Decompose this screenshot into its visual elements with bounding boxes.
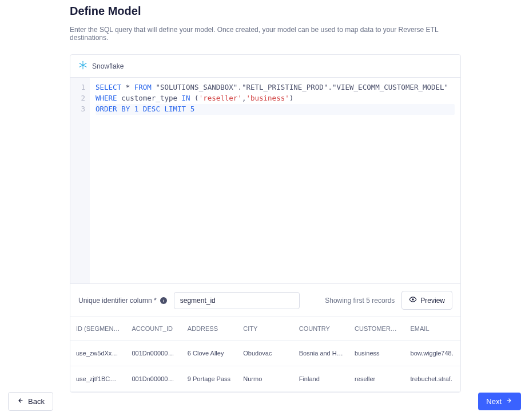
table-cell: business [349, 341, 404, 366]
line-gutter: 123 [70, 78, 90, 283]
sql-editor[interactable]: 123 SELECT * FROM "SOLUTIONS_SANDBOX"."R… [70, 78, 460, 283]
uid-input[interactable] [174, 292, 300, 309]
snowflake-icon [78, 61, 87, 71]
next-button[interactable]: Next [478, 393, 521, 410]
next-label: Next [486, 397, 502, 406]
arrow-right-icon [506, 397, 513, 406]
table-cell: 6 Clove Alley [182, 341, 237, 366]
column-header: CUSTOMER_T… [349, 317, 404, 341]
arrow-left-icon [17, 397, 23, 406]
sql-panel: Snowflake 123 SELECT * FROM "SOLUTIONS_S… [70, 54, 461, 393]
page-title: Define Model [70, 5, 461, 18]
column-header: ACCOUNT_ID [126, 317, 181, 341]
eye-icon [409, 295, 417, 305]
table-header-row: ID (SEGMENT_…ACCOUNT_IDADDRESSCITYCOUNTR… [70, 317, 460, 341]
preview-button[interactable]: Preview [401, 291, 452, 310]
table-body: use_zw5dXxYn…001Dn000004…6 Clove AlleyOb… [70, 341, 460, 392]
table-cell: Obudovac [237, 341, 293, 366]
uid-label: Unique identifier column * i [78, 297, 167, 305]
table-row[interactable]: use_zw5dXxYn…001Dn000004…6 Clove AlleyOb… [70, 341, 460, 366]
code-area[interactable]: SELECT * FROM "SOLUTIONS_SANDBOX"."RETL_… [90, 78, 460, 283]
preview-label: Preview [420, 297, 445, 305]
column-header: COUNTRY [293, 317, 349, 341]
source-header: Snowflake [70, 55, 460, 78]
page-subtitle: Enter the SQL query that will define you… [70, 26, 461, 42]
records-count: Showing first 5 records [325, 297, 395, 305]
svg-point-4 [412, 298, 415, 301]
column-header: ADDRESS [182, 317, 237, 341]
table-cell: Bosnia and Her… [293, 341, 349, 366]
footer-bar: Back Next [0, 386, 529, 420]
controls-row: Unique identifier column * i Showing fir… [70, 283, 460, 317]
table-cell: 001Dn000004… [126, 341, 181, 366]
svg-point-3 [82, 65, 83, 66]
table-cell: use_zw5dXxYn… [70, 341, 126, 366]
column-header: CITY [237, 317, 293, 341]
results-table: ID (SEGMENT_…ACCOUNT_IDADDRESSCITYCOUNTR… [70, 317, 460, 392]
info-icon[interactable]: i [160, 297, 167, 304]
back-label: Back [28, 397, 45, 406]
table-cell: bow.wiggle748. [405, 341, 460, 366]
source-label: Snowflake [92, 62, 124, 70]
back-button[interactable]: Back [8, 392, 53, 411]
column-header: ID (SEGMENT_… [70, 317, 126, 341]
column-header: EMAIL [405, 317, 460, 341]
